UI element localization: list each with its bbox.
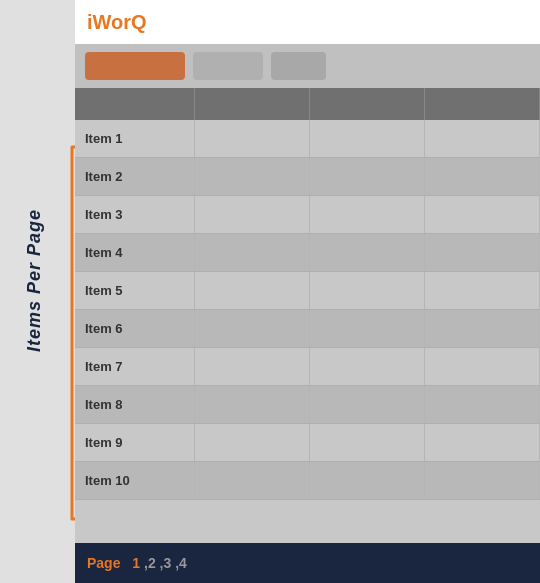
toolbar-button-1[interactable] [85, 52, 185, 80]
table-cell-9-2 [195, 424, 310, 461]
table-cell-10-4 [425, 462, 540, 499]
table-cell-8-1: Item 8 [75, 386, 195, 423]
footer-page-separator: , [171, 555, 179, 571]
table-row[interactable]: Item 10 [75, 462, 540, 500]
table-cell-9-1: Item 9 [75, 424, 195, 461]
table-cell-3-4 [425, 196, 540, 233]
table-cell-9-3 [310, 424, 425, 461]
table-row[interactable]: Item 8 [75, 386, 540, 424]
table-cell-1-1: Item 1 [75, 120, 195, 157]
table-cell-5-1: Item 5 [75, 272, 195, 309]
table-cell-10-1: Item 10 [75, 462, 195, 499]
toolbar [75, 44, 540, 88]
table-cell-8-4 [425, 386, 540, 423]
toolbar-button-2[interactable] [193, 52, 263, 80]
table-row[interactable]: Item 5 [75, 272, 540, 310]
table-cell-1-2 [195, 120, 310, 157]
table-row[interactable]: Item 9 [75, 424, 540, 462]
footer-space [124, 555, 128, 571]
table-row[interactable]: Item 1 [75, 120, 540, 158]
table-row[interactable]: Item 3 [75, 196, 540, 234]
table-cell-10-3 [310, 462, 425, 499]
table-cell-2-3 [310, 158, 425, 195]
table-cell-8-3 [310, 386, 425, 423]
table-header-col-4 [425, 88, 540, 120]
table-header-col-1 [75, 88, 195, 120]
table-cell-2-1: Item 2 [75, 158, 195, 195]
table-cell-2-4 [425, 158, 540, 195]
table-row[interactable]: Item 6 [75, 310, 540, 348]
footer: Page 1 ,2 ,3 ,4 [75, 543, 540, 583]
footer-page-1[interactable]: 1 [132, 555, 140, 571]
table-cell-7-3 [310, 348, 425, 385]
table-body: Item 1Item 2Item 3Item 4Item 5Item 6Item… [75, 120, 540, 500]
table-cell-4-4 [425, 234, 540, 271]
toolbar-button-3[interactable] [271, 52, 326, 80]
table-row[interactable]: Item 4 [75, 234, 540, 272]
table-cell-7-2 [195, 348, 310, 385]
table-cell-6-1: Item 6 [75, 310, 195, 347]
table-cell-5-3 [310, 272, 425, 309]
table-cell-6-2 [195, 310, 310, 347]
table-cell-3-2 [195, 196, 310, 233]
table-row[interactable]: Item 7 [75, 348, 540, 386]
side-label: Items Per Page [0, 150, 70, 410]
logo-text: iWor [87, 11, 131, 33]
table-cell-1-4 [425, 120, 540, 157]
table-header-row [75, 88, 540, 120]
table-cell-3-3 [310, 196, 425, 233]
table-header-col-3 [310, 88, 425, 120]
table-cell-8-2 [195, 386, 310, 423]
table-cell-9-4 [425, 424, 540, 461]
table-cell-10-2 [195, 462, 310, 499]
table-cell-5-2 [195, 272, 310, 309]
main-container: iWorQ Item 1Item 2Item 3Item 4Item 5Item… [75, 0, 540, 583]
footer-pages: 1 ,2 ,3 ,4 [132, 554, 187, 572]
table-cell-1-3 [310, 120, 425, 157]
table-header-col-2 [195, 88, 310, 120]
table-cell-6-3 [310, 310, 425, 347]
logo-accent: Q [131, 11, 147, 33]
footer-page-separator: , [156, 555, 164, 571]
table-row[interactable]: Item 2 [75, 158, 540, 196]
table-cell-2-2 [195, 158, 310, 195]
table-cell-3-1: Item 3 [75, 196, 195, 233]
footer-page-4[interactable]: 4 [179, 555, 187, 571]
table-cell-6-4 [425, 310, 540, 347]
table-cell-4-2 [195, 234, 310, 271]
table-cell-5-4 [425, 272, 540, 309]
table-cell-4-3 [310, 234, 425, 271]
table-cell-4-1: Item 4 [75, 234, 195, 271]
footer-page-2[interactable]: 2 [148, 555, 156, 571]
table-container: Item 1Item 2Item 3Item 4Item 5Item 6Item… [75, 88, 540, 543]
header: iWorQ [75, 0, 540, 44]
table-cell-7-1: Item 7 [75, 348, 195, 385]
logo: iWorQ [87, 11, 147, 34]
table-cell-7-4 [425, 348, 540, 385]
footer-page-label: Page [87, 555, 120, 571]
side-label-text: Items Per Page [25, 208, 46, 351]
footer-page-separator: , [140, 555, 148, 571]
